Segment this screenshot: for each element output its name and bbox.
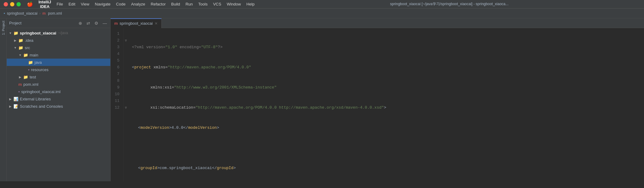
breadcrumb-file-icon: m	[42, 11, 46, 16]
libs-icon: 📊	[13, 97, 18, 101]
gutter-line-1	[123, 31, 128, 37]
tree-label-ext-libs: External Libraries	[20, 97, 51, 101]
tab-label: springboot_xiaocai	[120, 21, 153, 26]
menu-navigate[interactable]: Navigate	[95, 2, 111, 6]
project-tree: ▼ 📁 springboot_xiaocai ~/java ▶ 📁 .idea …	[7, 28, 110, 181]
tab-close-button[interactable]: ✕	[155, 21, 158, 26]
sidebar-strip[interactable]: 1: Project	[0, 18, 7, 181]
folder-icon-root: 📁	[13, 31, 18, 35]
add-icon[interactable]: ⊕	[78, 20, 83, 26]
project-panel: Project ⊕ ⇄ ⚙ — ▼ 📁 springboot_xiaocai ~…	[7, 18, 111, 181]
gutter-line-9	[123, 84, 128, 91]
breadcrumb: ▪ springboot_xiaocai › m pom.xml	[0, 9, 644, 18]
code-line-7: <groupId>com.springboot_xiaocai</groupId…	[132, 165, 640, 172]
settings-icon[interactable]: ⚙	[93, 20, 99, 26]
tab-pom[interactable]: m springboot_xiaocai ✕	[111, 18, 162, 28]
tree-item-src[interactable]: ▼ 📁 src	[7, 44, 110, 51]
traffic-lights	[0, 2, 24, 6]
menu-file[interactable]: File	[57, 2, 63, 6]
menu-build[interactable]: Build	[171, 2, 180, 6]
maximize-button[interactable]	[16, 2, 21, 6]
editor-area: m springboot_xiaocai ✕ 1 2 3 4 5 6 7 8 9…	[111, 18, 644, 181]
gutter-line-3	[123, 44, 128, 51]
breadcrumb-file[interactable]: pom.xml	[48, 11, 62, 16]
tree-arrow-idea: ▶	[13, 39, 18, 42]
menu-refactor[interactable]: Refactor	[151, 2, 166, 6]
tree-label-java: java	[35, 60, 42, 65]
sidebar-strip-label[interactable]: 1: Project	[2, 18, 5, 37]
project-panel-title: Project	[9, 21, 75, 25]
tree-label-resources: resources	[31, 67, 49, 72]
tree-label-test: test	[30, 75, 36, 79]
tree-item-scratches[interactable]: ▶ 📝 Scratches and Consoles	[7, 103, 110, 110]
tree-arrow-root: ▼	[8, 31, 13, 35]
tab-bar: m springboot_xiaocai ✕	[111, 18, 644, 28]
code-line-6	[132, 145, 640, 151]
tree-arrow-test: ▶	[18, 75, 23, 79]
tree-item-pom[interactable]: m pom.xml	[7, 81, 110, 88]
collapse-icon[interactable]: —	[102, 20, 108, 26]
tree-arrow-scratches: ▶	[8, 105, 13, 108]
project-toolbar: Project ⊕ ⇄ ⚙ —	[7, 18, 110, 28]
tree-item-main[interactable]: ▼ 📁 main	[7, 51, 110, 59]
tree-label-main: main	[30, 53, 38, 57]
folder-icon-resources: ▪	[28, 67, 30, 72]
code-line-2: <project xmlns="http://maven.apache.org/…	[132, 64, 640, 71]
tree-item-resources[interactable]: ▪ resources	[7, 66, 110, 73]
menu-run[interactable]: Run	[185, 2, 193, 6]
code-editor[interactable]: 1 2 3 4 5 6 7 8 9 10 11 12 ▽	[111, 28, 644, 181]
gutter-line-8	[123, 78, 128, 84]
menu-view[interactable]: View	[81, 2, 90, 6]
main-layout: 1: Project Project ⊕ ⇄ ⚙ — ▼ 📁 springboo…	[0, 18, 644, 181]
tree-item-iml[interactable]: ▪ springboot_xiaocai.iml	[7, 88, 110, 95]
code-line-1: <?xml version="1.0" encoding="UTF-8"?>	[132, 44, 640, 51]
code-line-5: <modelVersion>4.0.0</modelVersion>	[132, 125, 640, 131]
code-line-4: xsi:schemaLocation="http://maven.apache.…	[132, 104, 640, 111]
tree-item-root[interactable]: ▼ 📁 springboot_xiaocai ~/java	[7, 29, 110, 37]
code-line-3: xmlns:xsi="http://www.w3.org/2001/XMLSch…	[132, 84, 640, 91]
iml-icon: ▪	[18, 89, 20, 94]
tree-item-idea[interactable]: ▶ 📁 .idea	[7, 37, 110, 44]
tree-item-test[interactable]: ▶ 📁 test	[7, 73, 110, 81]
menu-analyze[interactable]: Analyze	[131, 2, 145, 6]
app-name[interactable]: IntelliJ IDEA	[38, 0, 51, 9]
gutter: ▽ ▽	[123, 28, 128, 181]
gutter-line-5	[123, 57, 128, 64]
tree-arrow-src: ▼	[13, 46, 18, 49]
tree-label-root: springboot_xiaocai	[20, 31, 56, 35]
tree-item-java[interactable]: 📁 java	[7, 59, 110, 66]
project-folder-icon: ▪	[4, 11, 5, 16]
minimize-button[interactable]	[10, 2, 14, 6]
tab-maven-icon: m	[114, 21, 118, 26]
tree-label-pom: pom.xml	[24, 82, 38, 87]
tree-item-ext-libs[interactable]: ▶ 📊 External Libraries	[7, 95, 110, 103]
menu-help[interactable]: Help	[246, 2, 254, 6]
gutter-line-7	[123, 71, 128, 78]
breadcrumb-project[interactable]: springboot_xiaocai	[7, 11, 38, 16]
tree-label-src: src	[25, 45, 30, 50]
menubar: 🍎 IntelliJ IDEA File Edit View Navigate …	[0, 0, 644, 9]
folder-icon-java: 📁	[28, 60, 33, 65]
scratches-icon: 📝	[13, 104, 18, 109]
maven-icon-pom: m	[18, 82, 22, 87]
tree-label-scratches: Scratches and Consoles	[20, 104, 63, 109]
menu-code[interactable]: Code	[116, 2, 126, 6]
tree-label-idea: .idea	[25, 38, 33, 43]
gutter-line-2[interactable]: ▽	[123, 37, 128, 44]
menu-vcs[interactable]: VCS	[213, 2, 221, 6]
folder-icon-main: 📁	[23, 53, 28, 57]
folder-icon-src: 📁	[18, 45, 23, 50]
apple-menu[interactable]: 🍎	[27, 1, 33, 7]
tree-label-iml: springboot_xiaocai.iml	[21, 89, 61, 94]
gutter-line-12[interactable]: ▽	[123, 104, 128, 111]
menu-edit[interactable]: Edit	[68, 2, 75, 6]
close-button[interactable]	[4, 2, 8, 6]
code-content[interactable]: <?xml version="1.0" encoding="UTF-8"?> <…	[128, 28, 644, 181]
menu-window[interactable]: Window	[227, 2, 241, 6]
gutter-line-11	[123, 98, 128, 104]
window-title: 🍎 IntelliJ IDEA File Edit View Navigate …	[27, 0, 254, 9]
menu-tools[interactable]: Tools	[198, 2, 207, 6]
tree-arrow-ext-libs: ▶	[8, 97, 13, 101]
breadcrumb-separator: ›	[39, 11, 41, 16]
scroll-icon[interactable]: ⇄	[86, 20, 91, 26]
